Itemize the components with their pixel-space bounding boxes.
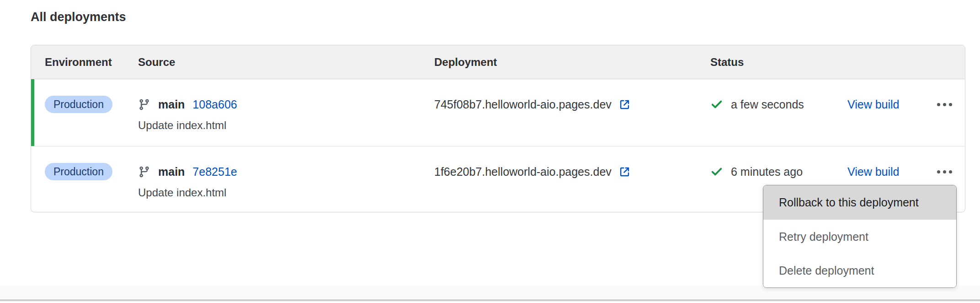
row-menu-cell [924, 163, 965, 180]
deployment-url: 745f08b7.helloworld-aio.pages.dev [434, 98, 612, 111]
ellipsis-icon[interactable] [935, 167, 954, 177]
current-deployment-indicator [31, 79, 34, 146]
column-header-deployment: Deployment [434, 56, 710, 69]
view-build-cell: View build [847, 163, 924, 180]
status-time: a few seconds [731, 98, 804, 111]
table-header-row: Environment Source Deployment Status [31, 45, 965, 79]
section-divider-line [0, 299, 980, 301]
commit-hash-link[interactable]: 108a606 [192, 98, 237, 111]
column-header-status: Status [710, 56, 847, 69]
check-icon [710, 165, 723, 178]
row-menu-cell [924, 96, 965, 113]
git-branch-icon [138, 166, 150, 178]
branch-name: main [158, 165, 185, 179]
status-cell: a few seconds [710, 96, 847, 113]
deployment-url: 1f6e20b7.helloworld-aio.pages.dev [434, 165, 612, 179]
commit-message: Update index.html [138, 119, 434, 132]
deployment-cell: 1f6e20b7.helloworld-aio.pages.dev [434, 163, 710, 180]
external-link-icon[interactable] [618, 98, 631, 111]
source-cell: main 108a606 Update index.html [138, 96, 434, 146]
menu-item-delete[interactable]: Delete deployment [763, 254, 956, 287]
external-link-icon[interactable] [618, 166, 631, 178]
deployment-context-menu: Rollback to this deployment Retry deploy… [763, 185, 957, 288]
view-build-cell: View build [847, 96, 924, 113]
view-build-link[interactable]: View build [847, 165, 900, 179]
status-cell: 6 minutes ago [710, 163, 847, 180]
deployment-cell: 745f08b7.helloworld-aio.pages.dev [434, 96, 710, 113]
environment-badge: Production [45, 96, 112, 113]
check-icon [710, 98, 723, 111]
menu-item-rollback[interactable]: Rollback to this deployment [763, 185, 956, 220]
commit-message: Update index.html [138, 186, 434, 199]
column-header-environment: Environment [31, 56, 138, 69]
environment-badge: Production [45, 163, 112, 180]
branch-name: main [158, 98, 185, 111]
view-build-link[interactable]: View build [847, 98, 900, 111]
column-header-source: Source [138, 56, 434, 69]
environment-cell: Production [31, 163, 138, 212]
ellipsis-icon[interactable] [935, 99, 954, 110]
table-row: Production main 108a606 Update index.htm… [31, 79, 965, 146]
page-title: All deployments [31, 10, 126, 24]
source-cell: main 7e8251e Update index.html [138, 163, 434, 212]
menu-item-retry[interactable]: Retry deployment [763, 220, 956, 254]
git-branch-icon [138, 98, 150, 111]
status-time: 6 minutes ago [731, 165, 803, 179]
environment-cell: Production [31, 96, 138, 146]
commit-hash-link[interactable]: 7e8251e [192, 165, 237, 179]
